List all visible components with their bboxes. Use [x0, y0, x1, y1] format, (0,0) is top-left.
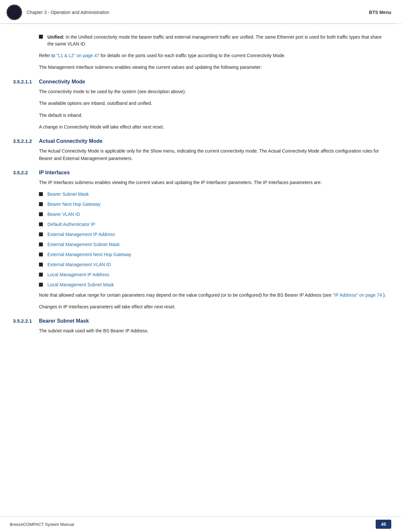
section-35212-title: Actual Connectivity Mode — [39, 138, 103, 144]
link-ext-mgmt-subnet-mask[interactable]: External Management Subnet Mask — [47, 241, 120, 248]
list-item-ext-mgmt-next-hop: External Management Next Hop Gateway — [13, 251, 388, 258]
section-35212-num: 3.5.2.1.2 — [13, 138, 39, 144]
section-35221-num: 3.5.2.2.1 — [13, 318, 39, 324]
changes-para: Changes in IP Interfaces parameters will… — [13, 303, 388, 310]
section-3522: 3.5.2.2 IP Interfaces — [13, 170, 388, 176]
mgmt-interface-para: The Management Interface submenu enables… — [13, 64, 388, 71]
main-content: Unified: In the Unified connectivity mod… — [0, 24, 401, 359]
bullet-icon — [39, 35, 43, 39]
list-item-bearer-next-hop: Bearer Next Hop Gateway — [13, 201, 388, 208]
page-header: Chapter 3 - Operation and Administration… — [0, 0, 401, 24]
list-bullet-2 — [39, 212, 43, 216]
section-35211-num: 3.5.2.1.1 — [13, 79, 39, 84]
list-bullet-1 — [39, 202, 43, 206]
chapter-title: Chapter 3 - Operation and Administration — [27, 10, 109, 15]
list-bullet-7 — [39, 263, 43, 266]
list-bullet-6 — [39, 253, 43, 256]
section-3522-title: IP Interfaces — [39, 170, 70, 176]
ip-address-link[interactable]: "IP Address" on page 74 — [333, 292, 382, 298]
section-35221-title: Bearer Subnet Mask — [39, 318, 89, 324]
refer-para: Refer to "L1 & L2" on page 47 for detail… — [13, 52, 388, 59]
link-ext-mgmt-ip-address[interactable]: External Management IP Address — [47, 231, 115, 238]
conn-mode-para4: A change in Connectivity Mode will take … — [13, 123, 388, 130]
bearer-subnet-para: The subnet mask used with the BS Bearer … — [13, 327, 388, 334]
list-item-default-auth: Default Authenticator IP — [13, 221, 388, 228]
conn-mode-para2: The available options are inband, outofb… — [13, 100, 388, 107]
link-bearer-next-hop-gateway[interactable]: Bearer Next Hop Gateway — [47, 201, 100, 208]
page-footer: BreezeCOMPACT System Manual 45 — [0, 516, 401, 532]
list-bullet-3 — [39, 222, 43, 226]
page-number: 45 — [376, 520, 391, 529]
link-local-mgmt-subnet-mask[interactable]: Local Management Subnet Mask — [47, 281, 114, 288]
note-prefix: Note that allowed value range for certai… — [39, 292, 333, 298]
unified-bullet: Unified: In the Unified connectivity mod… — [13, 34, 388, 47]
link-bearer-subnet-mask[interactable]: Bearer Subnet Mask — [47, 191, 89, 198]
list-item-bearer-vlan: Bearer VLAN ID — [13, 211, 388, 218]
link-bearer-vlan-id[interactable]: Bearer VLAN ID — [47, 211, 80, 218]
link-default-authenticator-ip[interactable]: Default Authenticator IP — [47, 221, 95, 228]
note-suffix: ). — [383, 292, 386, 298]
list-bullet-9 — [39, 283, 43, 287]
list-bullet-0 — [39, 192, 43, 196]
list-item-local-mgmt-subnet: Local Management Subnet Mask — [13, 281, 388, 288]
section-35212: 3.5.2.1.2 Actual Connectivity Mode — [13, 138, 388, 144]
section-35211-title: Connectivity Mode — [39, 79, 85, 85]
note-para: Note that allowed value range for certai… — [13, 291, 388, 299]
l1l2-link[interactable]: "L1 & L2" on page 47 — [56, 53, 99, 58]
list-bullet-5 — [39, 242, 43, 246]
ip-ifaces-para1: The IP Interfaces submenu enables viewin… — [13, 179, 388, 186]
conn-mode-para3: The default is inband. — [13, 112, 388, 119]
header-left: Chapter 3 - Operation and Administration — [6, 5, 109, 20]
footer-manual-name: BreezeCOMPACT System Manual — [10, 522, 74, 527]
unified-desc: In the Unified connectivity mode the bea… — [47, 34, 382, 46]
chapter-icon — [6, 5, 22, 20]
conn-mode-para1: The connectivity mode to be used by the … — [13, 88, 388, 95]
refer-suffix: for details on the ports used for each t… — [101, 53, 285, 58]
list-item-ext-mgmt-subnet: External Management Subnet Mask — [13, 241, 388, 248]
refer-prefix: Refer to — [39, 53, 56, 58]
section-35221: 3.5.2.2.1 Bearer Subnet Mask — [13, 318, 388, 324]
actual-conn-para1: The Actual Connectivity Mode is applicab… — [13, 147, 388, 162]
list-item-local-mgmt-ip: Local Management IP Address — [13, 271, 388, 278]
unified-label: Unified: — [47, 34, 64, 40]
list-bullet-4 — [39, 232, 43, 236]
list-item-ext-mgmt-ip: External Management IP Address — [13, 231, 388, 238]
section-3522-num: 3.5.2.2 — [13, 170, 39, 175]
link-local-mgmt-ip-address[interactable]: Local Management IP Address — [47, 271, 109, 278]
link-ext-mgmt-next-hop-gateway[interactable]: External Management Next Hop Gateway — [47, 251, 131, 258]
list-item-bearer-subnet: Bearer Subnet Mask — [13, 191, 388, 198]
section-label: BTS Menu — [369, 10, 391, 15]
link-ext-mgmt-vlan-id[interactable]: External Management VLAN ID — [47, 261, 111, 268]
list-item-ext-mgmt-vlan: External Management VLAN ID — [13, 261, 388, 268]
section-35211: 3.5.2.1.1 Connectivity Mode — [13, 79, 388, 85]
list-bullet-8 — [39, 273, 43, 277]
unified-text: Unified: In the Unified connectivity mod… — [47, 34, 388, 47]
